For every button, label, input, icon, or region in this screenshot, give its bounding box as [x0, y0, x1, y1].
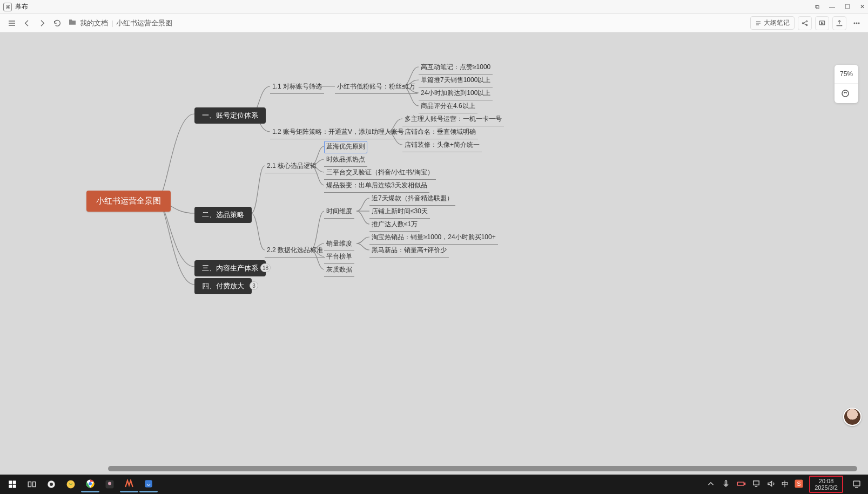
app-toolbar: 我的文档 | 小红书运营全景图 大纲笔记: [0, 14, 868, 32]
node-2-1-1[interactable]: 时效品抓热点: [324, 154, 367, 167]
refresh-button[interactable]: [50, 16, 65, 31]
outline-mode-label: 大纲笔记: [764, 18, 790, 28]
window-close-icon[interactable]: ✕: [860, 3, 865, 10]
folder-icon: [68, 18, 77, 28]
user-avatar[interactable]: [843, 408, 862, 426]
breadcrumb-folder[interactable]: 我的文档: [80, 18, 108, 28]
tray-network-icon[interactable]: [751, 479, 761, 490]
node-1-2-1[interactable]: 店铺命名：垂直领域明确: [402, 126, 478, 139]
taskbar-app-1[interactable]: [42, 476, 60, 492]
start-button[interactable]: [3, 476, 22, 492]
back-button[interactable]: [19, 16, 35, 31]
node-1-2-0[interactable]: 多主理人账号运营：一机一卡一号: [402, 113, 504, 126]
clock-date: 2025/3/2: [815, 484, 838, 491]
svg-rect-8: [9, 481, 12, 484]
taskbar-clock[interactable]: 20:08 2025/3/2: [809, 476, 843, 493]
node-2-2-time-2[interactable]: 推广达人数≤1万: [369, 219, 420, 232]
node-2-2-time-1[interactable]: 店铺上新时间≤30天: [369, 206, 430, 219]
taskbar-app-3[interactable]: [100, 476, 119, 492]
node-b3-badge[interactable]: 18: [260, 263, 271, 272]
tray-sogou-icon[interactable]: S: [794, 479, 804, 490]
node-1-2-2[interactable]: 店铺装修：头像+简介统一: [402, 139, 482, 152]
taskbar-app-4[interactable]: [139, 476, 158, 492]
svg-point-15: [50, 483, 53, 486]
node-2-2-time-0[interactable]: 近7天爆款（抖音精选联盟）: [369, 193, 455, 206]
node-2-2[interactable]: 2.2 数据化选品标准: [265, 245, 325, 258]
node-2-2-dim3[interactable]: 灰质数据: [324, 264, 354, 277]
node-2-2-sales-0[interactable]: 淘宝热销品：销量≥1000，24小时购买100+: [369, 232, 498, 245]
share-button[interactable]: [798, 16, 812, 30]
svg-point-4: [854, 23, 855, 24]
svg-rect-23: [737, 482, 744, 485]
svg-rect-28: [853, 481, 860, 486]
node-b3-label: 三、内容生产体系: [202, 264, 258, 272]
tray-battery-icon[interactable]: [736, 479, 746, 490]
svg-rect-9: [13, 481, 16, 484]
tray-mic-icon[interactable]: [721, 479, 731, 490]
notification-center-icon[interactable]: [849, 476, 865, 492]
node-2-2-sales-1[interactable]: 黑马新品：销量高+评价少: [369, 245, 449, 258]
node-b1[interactable]: 一、账号定位体系: [194, 107, 266, 124]
node-1-1a-2[interactable]: 24小时加购达到100以上: [419, 87, 493, 100]
node-2-1-0-selected[interactable]: 蓝海优先原则: [324, 141, 367, 153]
taskbar-wps[interactable]: [120, 476, 138, 492]
export-button[interactable]: [832, 16, 846, 30]
breadcrumb: 我的文档 | 小红书运营全景图: [68, 18, 172, 28]
svg-point-2: [806, 24, 807, 25]
style-tool-button[interactable]: [835, 84, 856, 103]
node-1-1a[interactable]: 小红书低粉账号：粉丝≤1万: [335, 81, 418, 94]
taskbar-chrome[interactable]: [81, 476, 99, 492]
window-maximize-icon[interactable]: ☐: [845, 3, 850, 10]
outline-mode-button[interactable]: 大纲笔记: [750, 16, 795, 30]
svg-rect-11: [13, 485, 16, 488]
svg-rect-10: [9, 485, 12, 488]
zoom-level[interactable]: 75%: [835, 65, 858, 84]
system-tray: 中 S 20:08 2025/3/2: [706, 476, 865, 493]
svg-rect-24: [744, 483, 745, 485]
tray-chevron-up-icon[interactable]: [706, 479, 716, 490]
node-2-1-2[interactable]: 三平台交叉验证（抖音/小红书/淘宝）: [324, 167, 436, 180]
svg-rect-25: [753, 481, 759, 485]
windows-taskbar: 中 S 20:08 2025/3/2: [0, 475, 868, 494]
mindmap-canvas[interactable]: 小红书运营全景图 一、账号定位体系 1.1 对标账号筛选 小红书低粉账号：粉丝≤…: [0, 32, 868, 475]
tray-volume-icon[interactable]: [766, 479, 776, 490]
taskbar-app-2[interactable]: [62, 476, 80, 492]
node-b4[interactable]: 四、付费放大: [194, 278, 252, 294]
window-titlebar: ⌘ 幕布 ⧉ — ☐ ✕: [0, 0, 868, 14]
present-button[interactable]: [815, 16, 829, 30]
node-2-1-3[interactable]: 爆品裂变：出单后连续3天发相似品: [324, 180, 429, 193]
svg-rect-22: [725, 481, 727, 485]
mindmap-root[interactable]: 小红书运营全景图: [86, 191, 171, 212]
window-restore-down-icon[interactable]: ⧉: [815, 3, 819, 10]
node-1-1a-3[interactable]: 商品评分在4.6以上: [419, 100, 477, 113]
node-b2[interactable]: 二、选品策略: [194, 207, 252, 223]
svg-rect-21: [145, 480, 152, 488]
tray-ime-indicator[interactable]: 中: [782, 479, 789, 489]
menu-button[interactable]: [4, 16, 19, 31]
svg-point-1: [806, 21, 807, 22]
svg-rect-12: [28, 482, 31, 487]
app-logo: ⌘: [3, 3, 12, 11]
svg-point-0: [802, 22, 803, 23]
node-1-2[interactable]: 1.2 账号矩阵策略：开通蓝V，添加助理人账号: [270, 126, 406, 139]
more-button[interactable]: [850, 16, 864, 30]
svg-rect-13: [33, 482, 36, 487]
svg-point-20: [108, 482, 111, 485]
node-2-2-dim1[interactable]: 销量维度: [324, 238, 354, 251]
app-title: 幕布: [15, 2, 28, 11]
node-1-1a-0[interactable]: 高互动笔记：点赞≥1000: [419, 62, 493, 75]
svg-point-7: [842, 90, 849, 97]
node-2-1[interactable]: 2.1 核心选品逻辑: [265, 160, 319, 173]
breadcrumb-doc[interactable]: 小红书运营全景图: [116, 18, 172, 28]
node-2-2-dim2[interactable]: 平台榜单: [324, 251, 354, 264]
node-2-2-dim0[interactable]: 时间维度: [324, 206, 354, 219]
svg-text:S: S: [797, 481, 801, 487]
node-b3[interactable]: 三、内容生产体系: [194, 260, 266, 276]
window-minimize-icon[interactable]: —: [829, 3, 835, 10]
forward-button[interactable]: [35, 16, 50, 31]
node-b4-badge[interactable]: 3: [250, 281, 258, 290]
node-1-1a-1[interactable]: 单篇推7天销售1000以上: [419, 75, 493, 87]
horizontal-scrollbar[interactable]: [108, 466, 857, 471]
node-1-1[interactable]: 1.1 对标账号筛选: [270, 81, 324, 94]
task-view-button[interactable]: [23, 476, 41, 492]
